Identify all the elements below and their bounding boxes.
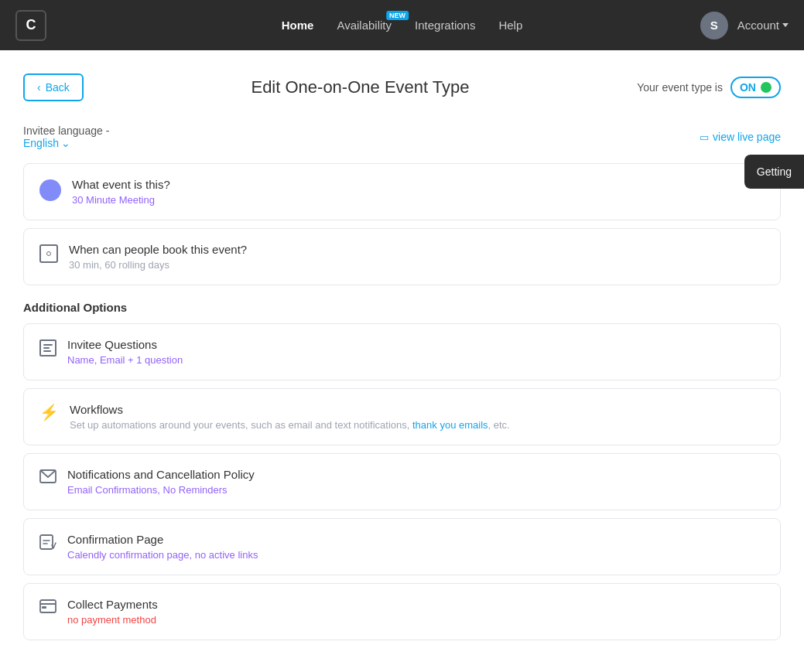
- nav-home[interactable]: Home: [282, 19, 314, 32]
- navbar-right: S Account: [700, 12, 789, 39]
- account-menu[interactable]: Account: [737, 19, 789, 32]
- card-subtitle: Email Confirmations, No Reminders: [67, 484, 255, 496]
- card-title: Collect Payments: [67, 598, 158, 611]
- calendar-icon: [39, 244, 58, 263]
- avatar: S: [700, 12, 728, 39]
- invitee-language: Invitee language - English ⌄: [23, 125, 109, 149]
- chevron-down-icon: [782, 23, 789, 27]
- event-type-status: Your event type is ON: [637, 77, 781, 98]
- getting-started-panel[interactable]: Getting: [744, 155, 804, 189]
- notifications-card[interactable]: Notifications and Cancellation Policy Em…: [23, 453, 781, 510]
- additional-options-header: Additional Options: [23, 301, 781, 314]
- top-row: ‹ Back Edit One-on-One Event Type Your e…: [23, 73, 781, 101]
- card-title: Notifications and Cancellation Policy: [67, 468, 255, 481]
- what-event-card[interactable]: What event is this? 30 Minute Meeting: [23, 163, 781, 220]
- language-row: Invitee language - English ⌄ ▭ view live…: [23, 125, 781, 149]
- confirm-icon: [39, 534, 56, 554]
- card-title: When can people book this event?: [69, 243, 247, 256]
- nav-availability[interactable]: Availability NEW: [337, 19, 392, 32]
- svg-rect-1: [40, 535, 53, 549]
- chevron-down-icon: ⌄: [61, 137, 70, 149]
- card-subtitle: 30 min, 60 rolling days: [69, 259, 247, 271]
- page-title: Edit One-on-One Event Type: [251, 77, 469, 97]
- card-title: Confirmation Page: [67, 533, 258, 546]
- circle-icon: [39, 179, 61, 204]
- credit-card-icon: [39, 599, 56, 616]
- external-link-icon: ▭: [700, 131, 709, 143]
- nav-help[interactable]: Help: [498, 19, 522, 32]
- when-book-card[interactable]: When can people book this event? 30 min,…: [23, 228, 781, 285]
- mail-icon: [39, 469, 56, 486]
- app-logo[interactable]: C: [15, 10, 46, 41]
- view-live-page-link[interactable]: ▭ view live page: [700, 131, 781, 143]
- workflows-card[interactable]: ⚡ Workflows Set up automations around yo…: [23, 388, 781, 445]
- svg-rect-4: [42, 606, 46, 609]
- collect-payments-card[interactable]: Collect Payments no payment method: [23, 583, 781, 640]
- card-subtitle: 30 Minute Meeting: [72, 194, 170, 206]
- language-selector[interactable]: English ⌄: [23, 137, 109, 149]
- back-button[interactable]: ‹ Back: [23, 73, 84, 101]
- toggle-dot: [761, 82, 771, 93]
- back-arrow-icon: ‹: [37, 81, 41, 94]
- card-subtitle: no payment method: [67, 614, 158, 626]
- new-badge: NEW: [386, 11, 409, 20]
- card-title: Invitee Questions: [67, 338, 183, 351]
- navbar: C Home Availability NEW Integrations Hel…: [0, 0, 804, 50]
- nav-links: Home Availability NEW Integrations Help: [282, 19, 523, 32]
- card-subtitle: Name, Email + 1 question: [67, 354, 183, 366]
- nav-integrations[interactable]: Integrations: [415, 19, 475, 32]
- confirmation-page-card[interactable]: Confirmation Page Calendly confirmation …: [23, 518, 781, 575]
- page-content: ‹ Back Edit One-on-One Event Type Your e…: [0, 50, 804, 672]
- card-title: Workflows: [70, 403, 510, 416]
- form-icon: [39, 339, 56, 356]
- event-type-toggle[interactable]: ON: [730, 77, 781, 98]
- card-subtitle: Set up automations around your events, s…: [70, 419, 510, 431]
- bolt-icon: ⚡: [39, 404, 59, 421]
- invitee-questions-card[interactable]: Invitee Questions Name, Email + 1 questi…: [23, 323, 781, 380]
- card-subtitle: Calendly confirmation page, no active li…: [67, 549, 258, 561]
- card-title: What event is this?: [72, 178, 170, 191]
